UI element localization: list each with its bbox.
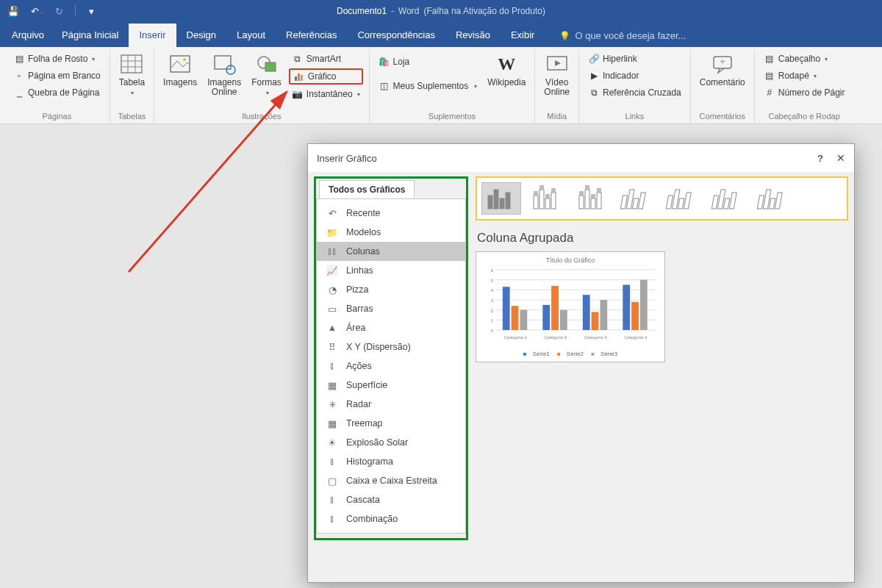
chart-type-linhas[interactable]: 📈Linhas [317, 261, 465, 280]
group-comentarios: + Comentário Comentários [691, 50, 755, 123]
chart-type-histograma[interactable]: ⫿Histograma [317, 452, 465, 471]
save-icon[interactable]: 💾 [7, 6, 19, 17]
chart-preview-thumbnail[interactable]: Título do Gráfico 0123456Categoria 1Cate… [476, 251, 665, 362]
svg-marker-15 [555, 60, 561, 66]
chart-type-explos-o-solar[interactable]: ☀Explosão Solar [317, 433, 465, 452]
chart-type-caixa-e-caixa-estreita[interactable]: ▢Caixa e Caixa Estreita [317, 471, 465, 490]
dialog-tab-all-charts[interactable]: Todos os Gráficos [319, 180, 415, 198]
formas-button[interactable]: Formas▾ [248, 50, 284, 97]
chart-subtype-4[interactable] [664, 182, 703, 215]
chart-type-superf-cie[interactable]: ▦Superfície [317, 376, 465, 395]
chart-subtype-3[interactable] [618, 182, 658, 215]
chart-type-pizza[interactable]: ◔Pizza [317, 280, 465, 299]
chart-type-icon: 📁 [326, 226, 339, 238]
tell-me-search[interactable]: 💡 O que você deseja fazer... [559, 30, 686, 47]
lightbulb-icon: 💡 [559, 31, 570, 41]
svg-text:1: 1 [491, 318, 494, 323]
app-name: Word [398, 6, 419, 16]
svg-rect-36 [591, 194, 595, 198]
svg-rect-41 [632, 198, 638, 209]
folha-de-rosto-button[interactable]: ▤Folha de Rosto▾ [10, 51, 104, 66]
chart-subtype-2[interactable] [573, 182, 612, 215]
smartart-button[interactable]: ⧉SmartArt [289, 51, 363, 66]
tab-design[interactable]: Design [176, 24, 226, 47]
page-number-icon: # [764, 87, 775, 98]
tab-revisao[interactable]: Revisão [445, 24, 501, 47]
tab-pagina-inicial[interactable]: Página Inicial [51, 24, 129, 47]
group-label-suplementos: Suplementos [429, 110, 476, 123]
instantaneo-button[interactable]: 📷Instantâneo▾ [289, 87, 363, 101]
svg-rect-31 [579, 196, 584, 209]
comentario-button[interactable]: + Comentário [697, 50, 748, 87]
svg-rect-79 [600, 300, 607, 330]
tab-inserir[interactable]: Inserir [129, 24, 176, 47]
svg-rect-42 [638, 193, 645, 209]
svg-rect-43 [666, 196, 673, 209]
chart-subtype-1[interactable] [527, 182, 567, 215]
svg-rect-7 [215, 56, 231, 69]
chart-type-icon: ✳ [326, 398, 339, 410]
chart-type-icon: ⠿ [326, 341, 339, 353]
chart-type-x-y-dispers-o-[interactable]: ⠿X Y (Dispersão) [317, 337, 465, 356]
loja-button[interactable]: 🛍️Loja [376, 54, 481, 69]
chart-type-treemap[interactable]: ▦Treemap [317, 414, 465, 433]
chart-type-colunas[interactable]: ⫿⫿Colunas [317, 242, 465, 261]
svg-rect-26 [539, 185, 544, 190]
tab-exibir[interactable]: Exibir [501, 24, 545, 47]
tab-referencias[interactable]: Referências [276, 24, 347, 47]
svg-rect-69 [503, 287, 510, 330]
meus-suplementos-button[interactable]: ◫Meus Suplementos▾ [376, 79, 481, 93]
imagens-button[interactable]: Imagens [160, 50, 200, 87]
rodape-button[interactable]: ▤Rodapé▾ [761, 68, 848, 83]
svg-rect-45 [678, 198, 684, 209]
svg-rect-23 [534, 196, 538, 209]
numero-pagina-button[interactable]: #Número de Págir [761, 85, 848, 100]
chart-type-recente[interactable]: ↶Recente [317, 204, 465, 223]
cabecalho-button[interactable]: ▤Cabeçalho▾ [761, 51, 848, 66]
wikipedia-button[interactable]: W Wikipedia [484, 50, 528, 87]
chart-subtype-5[interactable] [709, 182, 749, 215]
chart-type-icon: ⫿ [326, 456, 339, 467]
tell-me-label: O que você deseja fazer... [575, 30, 686, 41]
undo-icon[interactable]: ↶▾ [31, 6, 43, 17]
chart-type-modelos[interactable]: 📁Modelos [317, 223, 465, 242]
chart-type-a-es[interactable]: ⫿Ações [317, 356, 465, 376]
wikipedia-icon: W [495, 52, 518, 76]
chart-subtype-row [476, 176, 848, 220]
referencia-cruzada-button[interactable]: ⧉Referência Cruzada [585, 85, 684, 100]
group-suplementos: 🛍️Loja ◫Meus Suplementos▾ W Wikipedia Su… [370, 50, 536, 123]
chart-type-barras[interactable]: ▭Barras [317, 299, 465, 318]
chart-type--rea[interactable]: ▲Área [317, 318, 465, 337]
chart-type-combina-o[interactable]: ⫿Combinação [317, 509, 465, 528]
dialog-close-button[interactable]: ✕ [836, 152, 845, 164]
tab-correspondencias[interactable]: Correspondências [347, 24, 445, 47]
dialog-help-button[interactable]: ? [817, 153, 823, 164]
chart-type-cascata[interactable]: ⫿Cascata [317, 490, 465, 509]
group-label-comentarios: Comentários [700, 110, 745, 123]
group-label-paginas: Páginas [42, 110, 71, 123]
group-paginas: ▤Folha de Rosto▾ ▫Página em Branco ⎯Queb… [4, 50, 110, 123]
quebra-de-pagina-button[interactable]: ⎯Quebra de Página [10, 85, 104, 100]
tabela-button[interactable]: Tabela▾ [116, 50, 148, 97]
pagina-em-branco-button[interactable]: ▫Página em Branco [10, 68, 104, 83]
grafico-button[interactable]: Gráfico [289, 68, 363, 85]
group-label-cabecalho: Cabeçalho e Rodap [769, 110, 840, 123]
tab-layout[interactable]: Layout [226, 24, 276, 47]
dialog-tab-strip: Todos os Gráficos [316, 179, 466, 199]
imagens-online-button[interactable]: Imagens Online [204, 50, 244, 97]
cover-page-icon: ▤ [13, 53, 25, 65]
svg-rect-37 [597, 193, 601, 209]
hiperlink-button[interactable]: 🔗Hiperlink [585, 51, 684, 66]
qat-customize-icon[interactable]: ▾ [89, 6, 94, 17]
tab-arquivo[interactable]: Arquivo [4, 24, 51, 47]
group-label-tabelas: Tabelas [118, 110, 146, 123]
chart-type-radar[interactable]: ✳Radar [317, 395, 465, 414]
svg-rect-22 [506, 193, 510, 209]
chart-subtype-0[interactable] [481, 182, 521, 215]
indicador-button[interactable]: ▶Indicador [585, 68, 684, 83]
video-online-button[interactable]: Vídeo Online [541, 50, 573, 97]
page-break-icon: ⎯ [13, 87, 25, 98]
svg-text:Categoria 3: Categoria 3 [584, 335, 608, 340]
redo-icon[interactable]: ↻ [55, 6, 63, 17]
chart-subtype-6[interactable] [755, 182, 795, 215]
